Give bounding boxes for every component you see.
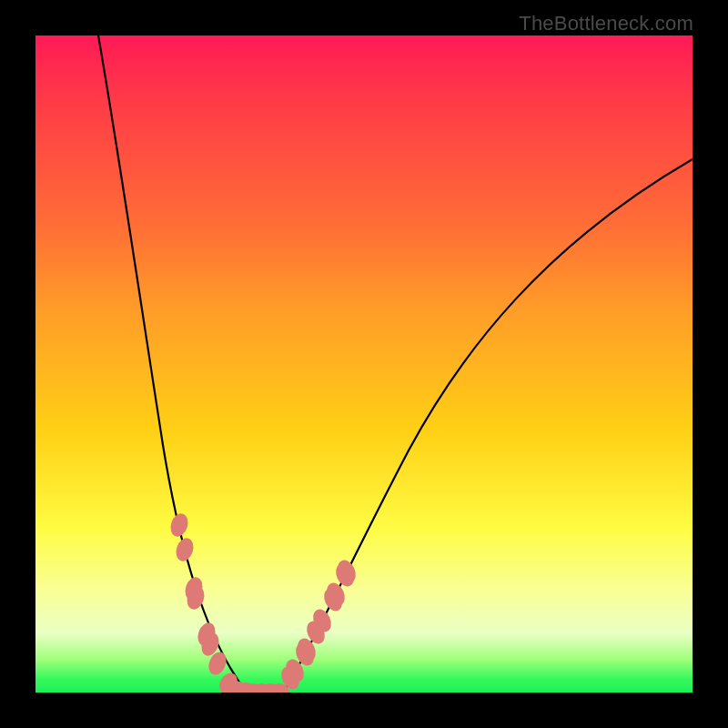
watermark-text: TheBottleneck.com xyxy=(519,12,693,35)
marker-group xyxy=(167,511,359,693)
marker-dot xyxy=(167,511,190,539)
curve-layer xyxy=(35,35,693,693)
chart-frame: TheBottleneck.com xyxy=(0,0,728,728)
plot-area xyxy=(35,35,693,693)
curve-left-branch xyxy=(98,35,247,693)
curve-right-branch xyxy=(283,159,693,693)
marker-dot xyxy=(173,536,196,563)
